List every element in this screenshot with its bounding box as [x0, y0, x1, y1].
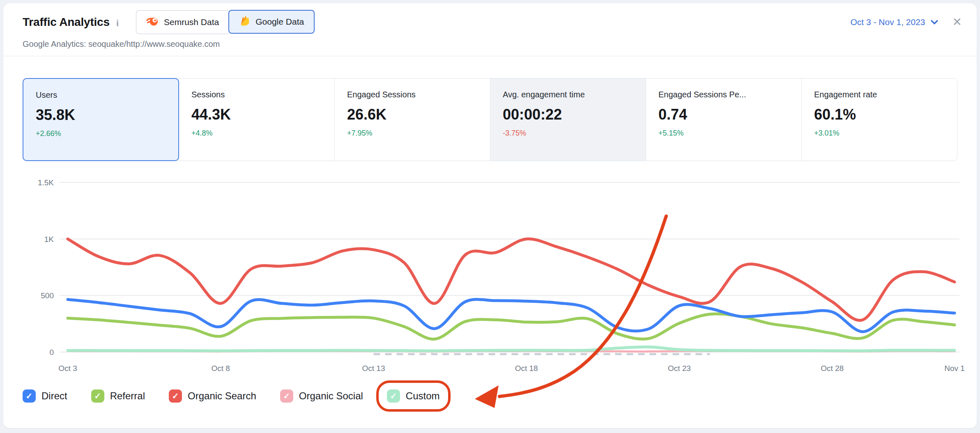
date-range-picker[interactable]: Oct 3 - Nov 1, 2023	[850, 17, 938, 27]
metric-cards-row: Users 35.8K +2.66% Sessions 44.3K +4.8% …	[23, 78, 957, 161]
chart-legend: ✓ Direct ✓ Referral ✓ Organic Search ✓ O…	[12, 380, 451, 412]
metric-value: 0.74	[658, 106, 789, 123]
metric-delta: +2.66%	[36, 129, 166, 138]
metric-delta: -3.75%	[503, 129, 633, 138]
metric-value: 60.1%	[814, 106, 945, 123]
google-data-label: Google Data	[255, 17, 304, 27]
semrush-icon	[146, 15, 159, 30]
info-icon[interactable]: i	[116, 18, 119, 29]
series-custom	[68, 347, 955, 351]
traffic-analytics-panel: Traffic Analytics i Semrush Data	[3, 3, 977, 428]
metric-card[interactable]: Avg. engagement time 00:00:22 -3.75%	[490, 78, 646, 161]
metric-label: Sessions	[191, 90, 322, 99]
legend-checkbox-icon[interactable]: ✓	[169, 389, 182, 403]
y-axis-label: 500	[41, 291, 54, 300]
semrush-data-label: Semrush Data	[164, 17, 219, 27]
metric-label: Engaged Sessions	[347, 90, 478, 99]
legend-item[interactable]: ✓ Organic Search	[158, 380, 267, 412]
x-axis-label: Oct 28	[821, 364, 844, 373]
metric-label: Users	[36, 90, 166, 100]
metric-value: 00:00:22	[503, 106, 633, 123]
data-source-toggle: Semrush Data Google Data	[136, 10, 314, 34]
x-axis-label: Oct 3	[58, 364, 77, 373]
google-data-button[interactable]: Google Data	[228, 10, 315, 34]
y-axis-label: 1K	[44, 235, 54, 244]
series-organic-search	[68, 239, 955, 320]
metric-delta: +4.8%	[191, 129, 322, 138]
legend-label: Referral	[110, 390, 145, 402]
metric-label: Engagement rate	[814, 90, 945, 99]
traffic-trend-chart[interactable]: 05001K1.5KOct 3Oct 8Oct 13Oct 18Oct 23Oc…	[3, 173, 977, 378]
legend-item[interactable]: ✓ Organic Social	[269, 380, 374, 412]
metric-delta: +7.95%	[347, 129, 478, 138]
y-axis-label: 0	[49, 348, 54, 357]
metric-label: Engaged Sessions Pe...	[658, 90, 789, 99]
x-axis-label: Oct 18	[515, 364, 538, 373]
semrush-data-button[interactable]: Semrush Data	[136, 10, 229, 34]
metric-value: 35.8K	[36, 106, 166, 124]
metric-delta: +5.15%	[658, 129, 789, 138]
legend-label: Direct	[41, 390, 67, 402]
metric-card[interactable]: Engagement rate 60.1% +3.01%	[801, 78, 957, 161]
legend-checkbox-icon[interactable]: ✓	[91, 389, 104, 403]
legend-item[interactable]: ✓ Direct	[12, 380, 78, 412]
header-divider	[3, 56, 977, 56]
legend-label: Custom	[406, 390, 440, 402]
x-axis-label: Oct 13	[362, 364, 385, 373]
legend-label: Organic Social	[299, 390, 363, 402]
report-source-subtitle: Google Analytics: seoquake/http://www.se…	[23, 39, 220, 49]
close-icon[interactable]: ✕	[952, 16, 962, 28]
legend-checkbox-icon[interactable]: ✓	[387, 389, 400, 403]
metric-card[interactable]: Sessions 44.3K +4.8%	[179, 78, 334, 161]
page-title: Traffic Analytics	[23, 16, 110, 29]
legend-checkbox-icon[interactable]: ✓	[23, 389, 36, 403]
chevron-down-icon	[930, 17, 939, 27]
date-range-label: Oct 3 - Nov 1, 2023	[850, 17, 925, 27]
metric-value: 26.6K	[347, 106, 478, 123]
metric-card[interactable]: Engaged Sessions 26.6K +7.95%	[334, 78, 490, 161]
metric-delta: +3.01%	[814, 129, 945, 138]
series-direct	[68, 299, 955, 332]
metric-card[interactable]: Engaged Sessions Pe... 0.74 +5.15%	[646, 78, 801, 161]
google-analytics-flame-icon	[239, 15, 250, 29]
y-axis-label: 1.5K	[38, 178, 54, 187]
panel-header: Traffic Analytics i Semrush Data	[23, 9, 962, 35]
metric-card[interactable]: Users 35.8K +2.66%	[23, 78, 179, 161]
metric-value: 44.3K	[191, 106, 322, 123]
legend-item[interactable]: ✓ Referral	[81, 380, 156, 412]
legend-label: Organic Search	[188, 390, 256, 402]
x-axis-label: Oct 23	[668, 364, 691, 373]
x-axis-label: Oct 8	[212, 364, 230, 373]
legend-item[interactable]: ✓ Custom	[376, 380, 451, 412]
legend-checkbox-icon[interactable]: ✓	[280, 389, 293, 403]
metric-label: Avg. engagement time	[503, 90, 633, 99]
x-axis-label: Nov 1	[944, 364, 965, 373]
